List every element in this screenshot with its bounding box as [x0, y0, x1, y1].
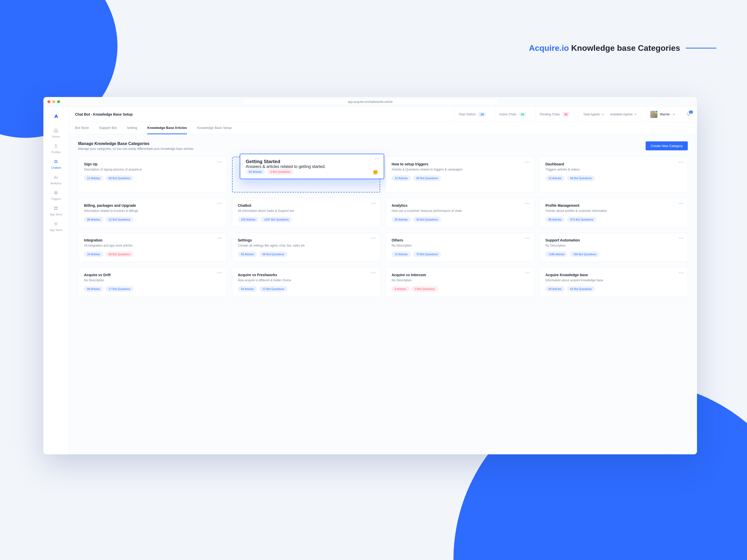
dragging-card[interactable]: •••Getting StartedAnswers & articles rel… — [240, 154, 385, 179]
tab-bot-store[interactable]: Bot Store — [75, 122, 89, 134]
page-heading: Acquire.io Knowledge base Categories — [529, 44, 716, 53]
drop-slot[interactable]: •••Getting StartedAnswers & articles rel… — [232, 157, 380, 192]
category-card[interactable]: •••How to setup triggersArticles & Quest… — [386, 157, 534, 192]
card-title: Dashboard — [546, 162, 682, 166]
card-more-icon[interactable]: ••• — [678, 160, 684, 164]
stat-active-value: 02 — [519, 112, 526, 117]
sidebar-item-label: Home — [52, 135, 60, 138]
card-more-icon[interactable]: ••• — [217, 202, 223, 206]
card-more-icon[interactable]: ••• — [525, 236, 530, 240]
card-title: Chatbot — [238, 204, 375, 208]
sidebar-item-appstore2[interactable]: App Store — [50, 218, 62, 234]
questions-pill: 17 Bot Questions — [106, 286, 133, 292]
articles-pill: 105 Articles — [238, 217, 259, 222]
category-card[interactable]: •••OthersNo Description12 Articles70 Bot… — [386, 233, 534, 262]
card-more-icon[interactable]: ••• — [678, 271, 684, 275]
questions-pill: 1297 Bot Questions — [261, 217, 292, 222]
stat-active-label: Active Chats — [499, 112, 516, 116]
articles-pill: 02 Articles — [246, 169, 265, 175]
tab-setting[interactable]: Setting — [127, 122, 137, 134]
questions-pill: 06 Bot Questions — [259, 251, 287, 257]
category-card[interactable]: •••SettingsContain all settings like age… — [232, 233, 380, 262]
card-more-icon[interactable]: ••• — [678, 236, 684, 240]
total-agents-dropdown[interactable]: Total Agents — [583, 112, 604, 116]
questions-pill: 06 Bot Questions — [413, 175, 441, 181]
card-more-icon[interactable]: ••• — [371, 271, 376, 275]
card-description: No Description — [392, 278, 528, 282]
url-bar[interactable]: app.acquire.io/chatbots/kb-article — [242, 99, 498, 105]
chevron-down-icon — [601, 113, 604, 116]
articles-pill: 05 Articles — [392, 217, 411, 222]
card-title: Acquire vs Intercom — [392, 273, 528, 277]
notifications-count: 4 — [689, 110, 693, 113]
sidebar-item-appstore1[interactable]: App Store — [50, 203, 62, 218]
card-title: Analytics — [392, 204, 528, 208]
card-more-icon[interactable]: ••• — [217, 271, 223, 275]
card-description: Information about acquire knowledge base — [546, 278, 682, 282]
sidebar-item-triggers[interactable]: Triggers — [50, 187, 62, 203]
tab-knowledge-base-articles[interactable]: Knowledge Base Articles — [147, 122, 187, 134]
card-title: Support Automation — [546, 238, 682, 242]
content-subtitle: Manage your categories, so you can easil… — [78, 147, 194, 151]
category-card[interactable]: •••DashboardTriggers articles & videos12… — [540, 157, 688, 192]
gear-icon — [54, 221, 58, 227]
tab-support-bot[interactable]: Support Bot — [99, 122, 117, 134]
minimize-window-icon[interactable] — [52, 100, 55, 103]
user-menu[interactable]: Warren — [646, 107, 675, 122]
avatar — [650, 111, 658, 118]
card-more-icon[interactable]: ••• — [678, 202, 684, 206]
articles-pill: 04 Articles — [546, 286, 565, 292]
articles-pill: 1345 Articles — [546, 251, 568, 257]
category-card[interactable]: •••Profile ManagementArticles about prof… — [540, 198, 688, 227]
notifications-button[interactable]: 4 — [686, 111, 691, 117]
page-heading-brand: Acquire.io — [529, 44, 569, 53]
category-card[interactable]: •••Acquire Knowledge baseInformation abo… — [540, 267, 688, 297]
card-description: Contain all settings like agent, chat, b… — [238, 244, 375, 247]
brand-logo[interactable] — [44, 110, 69, 122]
close-window-icon[interactable] — [48, 100, 50, 103]
card-more-icon[interactable]: ••• — [371, 202, 376, 206]
stat-visitors-label: Total Visitors — [459, 112, 476, 116]
articles-pill: 12 Articles — [392, 175, 411, 181]
card-more-icon[interactable]: ••• — [525, 271, 530, 275]
card-title: Integration — [84, 238, 221, 242]
available-agents-dropdown[interactable]: Available Agents — [610, 112, 637, 116]
category-card[interactable]: •••AnalyticsHow can a customer measure p… — [386, 198, 534, 227]
category-card[interactable]: •••Billing, packages and UpgradeInformat… — [78, 198, 227, 227]
sidebar-item-profiles[interactable]: Profiles — [50, 141, 62, 156]
stat-pending-chats: Pending Chats 02 — [535, 107, 574, 122]
card-more-icon[interactable]: ••• — [371, 236, 376, 240]
category-card[interactable]: •••Support AutomationNo Description1345 … — [540, 233, 688, 262]
maximize-window-icon[interactable] — [57, 100, 60, 103]
card-more-icon[interactable]: ••• — [375, 157, 380, 161]
heading-line-decor — [686, 48, 716, 49]
articles-pill: 04 Articles — [238, 286, 257, 292]
card-more-icon[interactable]: ••• — [217, 160, 223, 164]
sidebar-item-label: App Store — [50, 229, 62, 232]
questions-pill: 12 Bot Questions — [106, 217, 133, 222]
sidebar-item-home[interactable]: Home — [50, 125, 62, 141]
category-card[interactable]: •••Acquire vs FreshworksHow acquire is d… — [232, 267, 380, 297]
page-title: Chat Bot - Knowledge Base Setup — [75, 112, 133, 116]
topbar: Chat Bot - Knowledge Base Setup Total Vi… — [69, 107, 697, 122]
tab-knowledge-base-setup[interactable]: Knowledge Base Setup — [197, 122, 232, 134]
sidebar-item-chatbot[interactable]: Chatbot — [50, 156, 62, 172]
card-more-icon[interactable]: ••• — [525, 202, 530, 206]
articles-pill: 12 Articles — [546, 175, 565, 181]
svg-point-2 — [55, 162, 56, 162]
category-card[interactable]: •••Acquire vs DriftNo Description09 Arti… — [78, 267, 227, 297]
card-description: Information related to Invoices & billin… — [84, 209, 221, 213]
analytics-icon — [54, 175, 58, 180]
card-more-icon[interactable]: ••• — [217, 236, 223, 240]
card-more-icon[interactable]: ••• — [525, 160, 530, 164]
card-description: Triggers articles & videos — [546, 168, 682, 171]
category-card[interactable]: •••ChatbotAll information about Sales & … — [232, 198, 380, 227]
url-text: app.acquire.io/chatbots/kb-article — [348, 100, 393, 104]
category-card[interactable]: •••Acquire vs IntercomNo Description0 Ar… — [386, 267, 534, 297]
create-category-button[interactable]: Create New Category — [646, 141, 688, 150]
category-card[interactable]: •••IntegrationAll integration and app st… — [78, 233, 227, 262]
traffic-lights[interactable] — [48, 100, 60, 103]
sidebar-item-analytics[interactable]: Analytics — [50, 172, 62, 187]
category-card[interactable]: •••Sign UpDescription of signup process … — [78, 157, 227, 192]
sidebar: HomeProfilesChatbotAnalyticsTriggersApp … — [44, 107, 69, 454]
